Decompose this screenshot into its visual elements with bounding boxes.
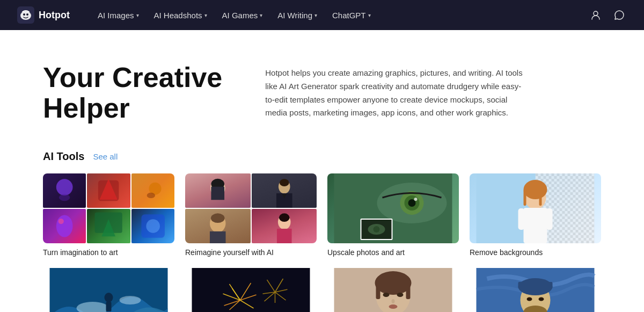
mosaic-cell-5 — [87, 209, 130, 243]
svg-rect-51 — [546, 208, 553, 230]
chevron-down-icon: ▾ — [368, 12, 371, 18]
tool-card-bottom-3[interactable] — [327, 268, 459, 312]
mosaic-reimagine-c — [185, 209, 251, 243]
nav-item-ai-games[interactable]: AI Games ▾ — [216, 6, 269, 24]
tools-grid-bottom — [43, 268, 601, 312]
tool-card-upscale[interactable]: Upscale photos and art — [327, 173, 459, 257]
tool-card-label-reimagine: Reimagine yourself with AI — [185, 248, 274, 257]
tool-card-bottom-4[interactable] — [470, 268, 601, 312]
nav-item-ai-images[interactable]: AI Images ▾ — [91, 6, 145, 24]
svg-point-35 — [414, 198, 418, 201]
svg-rect-47 — [524, 190, 526, 206]
svg-rect-56 — [106, 302, 112, 311]
message-icon[interactable] — [612, 8, 627, 23]
tool-card-img-imagination — [43, 173, 174, 243]
nav-label-ai-headshots: AI Headshots — [154, 11, 202, 20]
nav-item-ai-writing[interactable]: AI Writing ▾ — [271, 6, 324, 24]
svg-rect-48 — [539, 190, 542, 206]
tool-card-bottom-2[interactable] — [185, 268, 317, 312]
nav-label-ai-games: AI Games — [222, 11, 258, 20]
svg-point-54 — [120, 296, 141, 304]
tool-card-reimagine[interactable]: Reimagine yourself with AI — [185, 173, 317, 257]
svg-point-10 — [147, 193, 155, 198]
tool-card-label-imagination: Turn imagination to art — [43, 248, 118, 257]
svg-point-5 — [56, 179, 73, 196]
logo-icon — [17, 6, 34, 24]
svg-rect-81 — [376, 283, 380, 299]
tools-grid-top: Turn imagination to art — [43, 173, 601, 257]
user-icon[interactable] — [588, 8, 603, 23]
svg-point-11 — [56, 215, 73, 237]
hero-right: Hotpot helps you create amazing graphics… — [265, 62, 523, 120]
svg-point-46 — [524, 180, 547, 199]
nav-label-ai-images: AI Images — [98, 11, 134, 20]
nav-label-ai-writing: AI Writing — [277, 11, 312, 20]
hero-title-line2: Helper — [43, 92, 130, 124]
hero-left: Your Creative Helper — [43, 62, 222, 124]
mosaic-reimagine-d — [252, 209, 317, 243]
svg-point-1 — [20, 11, 31, 20]
tool-card-img-bottom-1 — [43, 268, 174, 312]
svg-rect-93 — [518, 282, 553, 288]
svg-point-85 — [392, 299, 395, 303]
tools-header: AI Tools See all — [43, 150, 601, 163]
tool-card-img-bottom-4 — [470, 268, 601, 312]
nav-label-chatgpt: ChatGPT — [332, 11, 366, 20]
svg-point-95 — [539, 298, 544, 301]
svg-point-84 — [397, 293, 404, 297]
chevron-down-icon: ▾ — [136, 12, 139, 18]
svg-rect-26 — [210, 231, 226, 243]
chevron-down-icon: ▾ — [204, 12, 207, 18]
mosaic-reimagine-a — [185, 173, 251, 208]
svg-rect-49 — [524, 208, 547, 243]
logo[interactable]: Hotpot — [17, 6, 70, 24]
tool-card-label-upscale: Upscale photos and art — [327, 248, 405, 257]
svg-rect-19 — [211, 187, 224, 200]
svg-point-6 — [59, 194, 70, 201]
logo-text: Hotpot — [39, 10, 70, 21]
svg-point-16 — [146, 220, 160, 234]
mosaic-reimagine — [185, 173, 317, 243]
tool-card-img-removebg — [470, 173, 601, 243]
tool-card-img-reimagine — [185, 173, 317, 243]
svg-point-94 — [527, 298, 532, 301]
navbar: Hotpot AI Images ▾ AI Headshots ▾ AI Gam… — [0, 0, 644, 30]
svg-point-28 — [279, 214, 289, 222]
svg-point-2 — [23, 13, 25, 16]
svg-point-4 — [594, 11, 598, 16]
nav-right — [588, 8, 627, 23]
tool-card-imagination[interactable]: Turn imagination to art — [43, 173, 174, 257]
hero-title: Your Creative Helper — [43, 62, 222, 124]
svg-point-12 — [58, 219, 64, 224]
tools-heading: AI Tools — [43, 150, 84, 163]
tool-card-img-upscale — [327, 173, 459, 243]
nav-item-chatgpt[interactable]: ChatGPT ▾ — [326, 6, 377, 24]
svg-point-80 — [375, 271, 412, 295]
svg-rect-57 — [192, 268, 310, 312]
svg-point-25 — [211, 214, 225, 223]
mosaic-cell-1 — [43, 173, 86, 208]
svg-point-86 — [389, 304, 398, 309]
tool-card-img-bottom-2 — [185, 268, 317, 312]
tool-card-removebg[interactable]: Remove backgrounds — [470, 173, 601, 257]
mosaic-reimagine-b — [252, 173, 317, 208]
svg-point-83 — [383, 293, 390, 297]
mosaic-cell-2 — [87, 173, 130, 208]
mosaic-cell-6 — [131, 209, 174, 243]
tool-card-img-bottom-3 — [327, 268, 459, 312]
nav-item-ai-headshots[interactable]: AI Headshots ▾ — [148, 6, 214, 24]
chevron-down-icon: ▾ — [260, 12, 262, 18]
mosaic-imagination — [43, 173, 174, 243]
svg-point-21 — [279, 179, 289, 187]
hero-title-line1: Your Creative — [43, 62, 222, 93]
chevron-down-icon: ▾ — [314, 12, 317, 18]
tool-card-bottom-1[interactable] — [43, 268, 174, 312]
mosaic-cell-4 — [43, 209, 86, 243]
nav-links: AI Images ▾ AI Headshots ▾ AI Games ▾ AI… — [91, 6, 588, 24]
svg-point-3 — [26, 13, 28, 16]
svg-rect-29 — [276, 229, 291, 243]
hero-description: Hotpot helps you create amazing graphics… — [265, 67, 523, 120]
tools-section: AI Tools See all — [0, 145, 644, 312]
tool-card-label-removebg: Remove backgrounds — [470, 248, 543, 257]
see-all-link[interactable]: See all — [93, 152, 118, 161]
